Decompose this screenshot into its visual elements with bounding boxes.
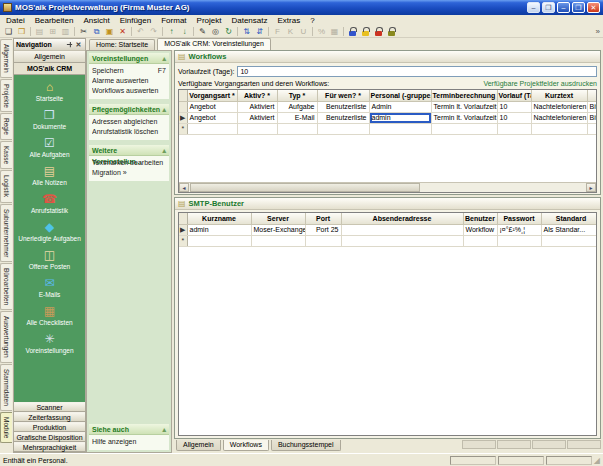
col-server[interactable]: Server <box>251 213 305 224</box>
col-passwort[interactable]: Passwort <box>497 213 541 224</box>
lock-red-icon[interactable] <box>375 31 382 36</box>
empty-cell[interactable] <box>497 123 531 134</box>
tab-scroll-pane[interactable] <box>462 440 496 449</box>
nav-item-dokumente[interactable]: ❒ Dokumente <box>14 108 85 130</box>
tab-workflows[interactable]: Workflows <box>223 440 269 451</box>
scroll-right-icon[interactable]: ► <box>586 183 596 192</box>
scrollbar-thumb[interactable] <box>190 183 420 192</box>
workspace-tab-logistik[interactable]: Logistik <box>0 170 12 202</box>
task-section-header[interactable]: Voreinstellungen ▴ <box>89 53 169 64</box>
empty-cell[interactable] <box>341 235 463 246</box>
task-link-adressen-abgleichen[interactable]: Adressen abgleichen <box>92 117 166 127</box>
current-row-marker[interactable]: ▶ <box>179 224 187 235</box>
nav-group-allgemein[interactable]: Allgemein <box>14 51 85 63</box>
current-row-marker[interactable]: ▶ <box>179 112 187 123</box>
new-row-marker[interactable]: * <box>179 235 187 246</box>
empty-cell[interactable] <box>277 123 317 134</box>
col-absenderadresse[interactable]: Absenderadresse <box>341 213 463 224</box>
resize-grip-icon[interactable]: ◢ <box>594 456 600 465</box>
pin-icon[interactable] <box>65 41 74 49</box>
col-terminberechnung[interactable]: Terminberechnung * <box>431 90 497 101</box>
tab-home-startseite[interactable]: Home: Startseite <box>89 39 155 50</box>
empty-cell[interactable] <box>463 235 497 246</box>
cell-vorgangsart[interactable]: Angebot <box>187 112 237 123</box>
percent-icon[interactable]: % <box>315 26 328 37</box>
task-section-header[interactable]: Weitere Voreinstellun... ▴ <box>89 145 169 156</box>
nav-item-alle-notizen[interactable]: ▤ Alle Notizen <box>14 164 85 186</box>
nav-item-anrufstatistik[interactable]: ☎ Anrufstatistik <box>14 192 85 214</box>
empty-cell[interactable] <box>369 123 431 134</box>
child-restore-button[interactable]: ❐ <box>542 2 555 13</box>
menu-projekt[interactable]: Projekt <box>192 16 227 25</box>
maximize-button[interactable]: ❐ <box>572 2 585 13</box>
col-port[interactable]: Port <box>305 213 341 224</box>
copy-icon[interactable]: ⧉ <box>90 26 103 37</box>
task-link-speichern[interactable]: Speichern F7 <box>92 66 166 76</box>
tab-scroll-pane[interactable] <box>532 440 566 449</box>
empty-cell[interactable] <box>187 235 251 246</box>
close-panel-icon[interactable]: ✕ <box>74 41 83 49</box>
selected-cell-personal[interactable]: admin <box>369 112 431 123</box>
col-kurzname[interactable]: Kurzname <box>187 213 251 224</box>
menu-datensatz[interactable]: Datensatz <box>226 16 272 25</box>
print-projektfelder-link[interactable]: Verfügbare Projektfelder ausdrucken <box>483 80 597 87</box>
cell-vorlauf[interactable]: 10 <box>497 101 531 112</box>
empty-cell[interactable] <box>587 123 597 134</box>
cell-server[interactable]: Moser-Exchange <box>251 224 305 235</box>
row-marker[interactable] <box>179 101 187 112</box>
nav-module-scanner[interactable]: Scanner <box>14 402 85 412</box>
underline-icon[interactable]: U <box>297 26 310 37</box>
cell-typ[interactable]: E-Mail <box>277 112 317 123</box>
tab-scroll-pane[interactable] <box>497 440 531 449</box>
collapse-icon[interactable]: ▴ <box>162 424 166 434</box>
nav-module-grafische-disposition[interactable]: Grafische Disposition <box>14 432 85 442</box>
empty-cell[interactable] <box>317 123 369 134</box>
print-preview-icon[interactable]: ⊞ <box>46 26 59 37</box>
cell-kurzname[interactable]: admin <box>187 224 251 235</box>
cut-icon[interactable]: ✂ <box>77 26 90 37</box>
col-fuer-wen[interactable]: Für wen? * <box>317 90 369 101</box>
workspace-tab-regie[interactable]: Regie <box>0 113 12 140</box>
nav-item-alle-aufgaben[interactable]: ☑ Alle Aufgaben <box>14 136 85 158</box>
menu-datei[interactable]: Datei <box>1 16 30 25</box>
cell-vorlauf[interactable]: 10 <box>497 112 531 123</box>
child-minimize-button[interactable]: – <box>527 2 540 13</box>
nav-item-e-mails[interactable]: ✉ E-Mails <box>14 276 85 298</box>
cell-kurztext[interactable]: Nachtelefonieren <box>531 101 587 112</box>
nav-item-voreinstellungen[interactable]: ✳ Voreinstellungen <box>14 332 85 354</box>
italic-icon[interactable]: K <box>284 26 297 37</box>
open-icon[interactable]: ❒ <box>15 26 28 37</box>
col-vorlauf-tage[interactable]: Vorlauf (Tage) <box>497 90 531 101</box>
workspace-tab-auswertungen[interactable]: Auswertungen <box>0 311 12 363</box>
grid-icon[interactable]: ▦ <box>328 26 341 37</box>
cell-typ[interactable]: Aufgabe <box>277 101 317 112</box>
cell-vorgangsart[interactable]: Angebot <box>187 101 237 112</box>
page-setup-icon[interactable]: ▥ <box>59 26 72 37</box>
col-aktiv[interactable]: Aktiv? * <box>237 90 277 101</box>
tab-allgemein[interactable]: Allgemein <box>176 440 221 451</box>
paste-icon[interactable]: ▣ <box>103 26 116 37</box>
task-link-migration[interactable]: Migration » <box>92 168 166 178</box>
workspace-tab-allgemein[interactable]: Allgemein <box>0 39 12 78</box>
cell-passwort[interactable]: ¡¤°£¹%¸¦ <box>497 224 541 235</box>
cell-fuer-wen[interactable]: Benutzerliste <box>317 101 369 112</box>
move-up-icon[interactable]: ↑ <box>165 26 178 37</box>
col-typ[interactable]: Typ * <box>277 90 317 101</box>
col-personal[interactable]: Personal (-gruppe... <box>369 90 431 101</box>
cell-port[interactable]: Port 25 <box>305 224 341 235</box>
redo-icon[interactable]: ↷ <box>147 26 160 37</box>
lock-olive-icon[interactable] <box>388 31 395 36</box>
workspace-tab-kasse[interactable]: Kasse <box>0 141 12 169</box>
nav-item-alle-checklisten[interactable]: ▦ Alle Checklisten <box>14 304 85 326</box>
task-link-hilfe-anzeigen[interactable]: Hilfe anzeigen <box>92 437 166 447</box>
cell-terminberechnung[interactable]: Termin lt. Vorlaufzeit Workfl... <box>431 112 497 123</box>
toolbar-overflow-icon[interactable]: » <box>596 27 603 36</box>
nav-module-zeiterfassung[interactable]: Zeiterfassung <box>14 412 85 422</box>
empty-cell[interactable] <box>541 235 597 246</box>
task-link-workflows-auswerten[interactable]: Workflows auswerten <box>92 86 166 96</box>
new-document-icon[interactable]: ❏ <box>2 26 15 37</box>
new-row-marker[interactable]: * <box>179 123 187 134</box>
sort-ascending-icon[interactable]: ⇅ <box>240 26 253 37</box>
col-kurztext[interactable]: Kurztext <box>531 90 587 101</box>
menu-format[interactable]: Format <box>156 16 191 25</box>
